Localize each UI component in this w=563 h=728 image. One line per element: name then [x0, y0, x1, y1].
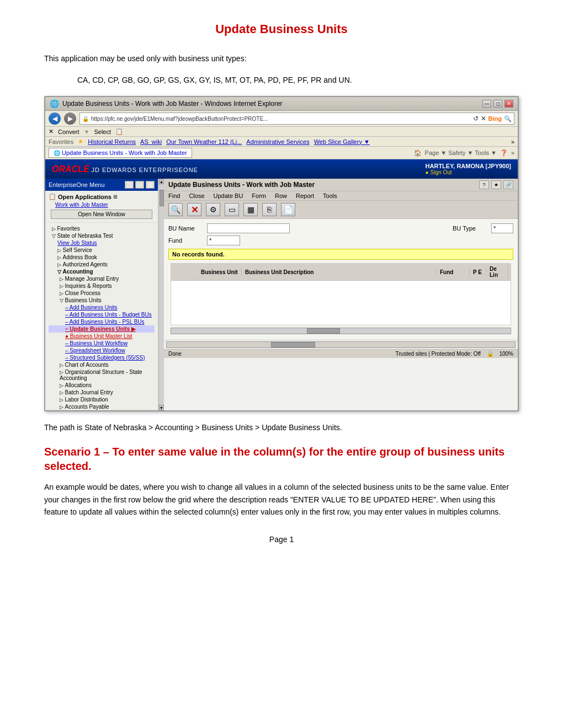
sidebar-item-allocations[interactable]: Allocations [49, 382, 155, 389]
bu-workflow-link[interactable]: – Business Unit Workflow [49, 340, 155, 347]
select-button[interactable]: Select [94, 129, 111, 135]
forward-button[interactable]: ▶ [64, 113, 76, 125]
scrollbar-thumb[interactable] [307, 328, 340, 334]
bottom-scroll-thumb[interactable] [271, 342, 315, 347]
fav-admin[interactable]: Administrative Services [246, 138, 309, 145]
open-apps-icon: 📋 [49, 193, 56, 200]
scroll-thumb[interactable] [160, 190, 164, 206]
view-job-status-link[interactable]: View Job Status [49, 239, 155, 247]
grid-col-description: Business Unit Description [242, 268, 437, 276]
fav-more[interactable]: » [511, 138, 514, 145]
main-content-area: Update Business Units - Work with Job Ma… [164, 179, 518, 410]
sidebar-scrollbar[interactable]: ▲ ▼ [158, 179, 164, 410]
chart-accounts-label: Chart of Accounts [65, 362, 109, 368]
menu-update-bu[interactable]: Update BU [214, 192, 243, 199]
bookmark-button[interactable]: ★ [491, 180, 501, 189]
close-button[interactable]: ✕ [504, 100, 513, 108]
menu-report[interactable]: Report [296, 192, 314, 199]
add-bus-units-budget-link[interactable]: – Add Business Units - Budget BUs [49, 311, 155, 318]
report-button[interactable]: 📄 [281, 203, 295, 216]
sidebar-item-address-book[interactable]: Address Book [49, 254, 155, 261]
labor-distribution-label: Labor Distribution [65, 397, 108, 403]
bu-master-list-link[interactable]: ● Business Unit Master List [49, 333, 155, 340]
back-button[interactable]: ◀ [49, 113, 61, 125]
sidebar-item-accounting[interactable]: Accounting [49, 268, 155, 275]
fund-row: Fund [168, 235, 513, 245]
sidebar-item-authorized-agents[interactable]: Authorized Agents [49, 261, 155, 268]
sidebar-item-self-service[interactable]: Self Service [49, 247, 155, 254]
sidebar-icon-2[interactable]: ▭ [135, 181, 144, 189]
fund-label: Fund [168, 237, 201, 244]
sidebar-item-business-units[interactable]: Business Units [49, 297, 155, 304]
bottom-scrollbar[interactable] [166, 341, 516, 348]
menu-close[interactable]: Close [189, 192, 204, 199]
grid-col-p-e: P E [470, 268, 486, 276]
sidebar-icon-1[interactable]: ▢ [125, 181, 134, 189]
structured-subledgers-link[interactable]: – Structured Subledgers (55/SS) [49, 354, 155, 361]
update-bu-button[interactable]: ⚙ [206, 203, 220, 216]
sidebar-item-org-structure[interactable]: Organizational Structure - State Account… [49, 368, 155, 382]
fav-webslice[interactable]: Web Slice Gallery ▼ [314, 138, 370, 145]
fav-historical[interactable]: Historical Returns [88, 138, 136, 145]
sidebar-item-batch-journal[interactable]: Batch Journal Entry [49, 389, 155, 396]
scroll-up-arrow[interactable]: ▲ [159, 179, 164, 184]
main-app-title: Update Business Units - Work with Job Ma… [168, 181, 315, 189]
sidebar-icon-3[interactable]: ▤ [146, 181, 155, 189]
convert-button[interactable]: Convert [58, 129, 79, 135]
stop-icon[interactable]: ✕ [481, 115, 486, 122]
bu-type-input[interactable] [491, 223, 513, 233]
sidebar-item-inquiries[interactable]: Inquiries & Reports [49, 282, 155, 290]
tab-more[interactable]: » [511, 149, 514, 156]
sidebar-item-chart-accounts[interactable]: Chart of Accounts [49, 361, 155, 368]
browser-title: 🌐 Update Business Units - Work with Job … [50, 99, 283, 108]
fav-aswiki[interactable]: AS_wiki [140, 138, 162, 145]
grid-col-business-unit: Business Unit [198, 268, 242, 276]
fav-weather[interactable]: Our Town Weather 112 (Li... [166, 138, 242, 145]
intro-line2: CA, CD, CP, GB, GO, GP, GS, GX, GY, IS, … [77, 74, 519, 86]
signout-button[interactable]: ● Sign Out [426, 169, 511, 175]
open-apps-header[interactable]: 📋 Open Applications ⊞ [49, 193, 155, 200]
find-button[interactable]: 🔍 [168, 203, 183, 216]
menu-form[interactable]: Form [252, 192, 266, 199]
add-bus-units-psl-link[interactable]: – Add Business Units - PSL BUs [49, 318, 155, 325]
menu-row[interactable]: Row [275, 192, 287, 199]
link-button[interactable]: 🔗 [503, 180, 513, 189]
bu-name-row: BU Name BU Type [168, 223, 513, 233]
x-close[interactable]: ✕ [49, 128, 54, 135]
sidebar-item-accounts-payable[interactable]: Accounts Payable [49, 403, 155, 410]
open-new-window-button[interactable]: Open New Window [51, 210, 152, 219]
menu-tools[interactable]: Tools [323, 192, 337, 199]
home-icon[interactable]: 🏠 [414, 149, 422, 157]
active-tab[interactable]: 🌐 Update Business Units - Work with Job … [49, 148, 192, 158]
restore-button[interactable]: ◻ [493, 100, 502, 108]
address-bar[interactable]: 🔒 https://pfc.ne.gov/jde/E1Menu.maf?jdeo… [79, 113, 514, 125]
spreadsheet-workflow-link[interactable]: – Spreadsheet Workflow [49, 347, 155, 354]
favorites-label: Favorites [57, 226, 80, 232]
update-bus-units-link[interactable]: – Update Business Units ▶ [49, 325, 155, 333]
sidebar-item-labor-distribution[interactable]: Labor Distribution [49, 396, 155, 403]
horizontal-scrollbar[interactable] [171, 328, 511, 334]
minimize-button[interactable]: — [482, 100, 491, 108]
add-bus-units-link[interactable]: – Add Business Units [49, 304, 155, 311]
page-menu[interactable]: Page ▼ Safety ▼ Tools ▼ [425, 149, 497, 156]
refresh-icon[interactable]: ↺ [473, 115, 479, 122]
work-job-link[interactable]: Work with Job Master [49, 201, 155, 208]
bu-name-input[interactable] [207, 223, 290, 233]
row-button[interactable]: ▦ [243, 203, 258, 216]
form-button[interactable]: ▭ [225, 203, 239, 216]
fund-input[interactable] [207, 235, 240, 245]
scroll-down-arrow[interactable]: ▼ [159, 405, 164, 410]
menu-find[interactable]: Find [168, 192, 180, 199]
browser-tab-bar: 🌐 Update Business Units - Work with Job … [45, 147, 518, 159]
help-button[interactable]: ? [479, 180, 489, 189]
sidebar-item-close-process[interactable]: Close Process [49, 290, 155, 297]
help-icon[interactable]: ❓ [500, 149, 508, 157]
sidebar-item-state-nebraska[interactable]: State of Nebraska Test [49, 232, 155, 239]
browser-nav-bar: ◀ ▶ 🔒 https://pfc.ne.gov/jde/E1Menu.maf?… [45, 111, 518, 127]
sidebar-item-favorites[interactable]: Favorites [49, 225, 155, 232]
copy-button[interactable]: ⎘ [262, 203, 277, 216]
sidebar-item-manage-journal[interactable]: Manage Journal Entry [49, 275, 155, 282]
close-tool-button[interactable]: ✕ [187, 203, 201, 216]
search-icon[interactable]: 🔍 [504, 115, 512, 122]
grid-col-checkbox [173, 271, 184, 273]
